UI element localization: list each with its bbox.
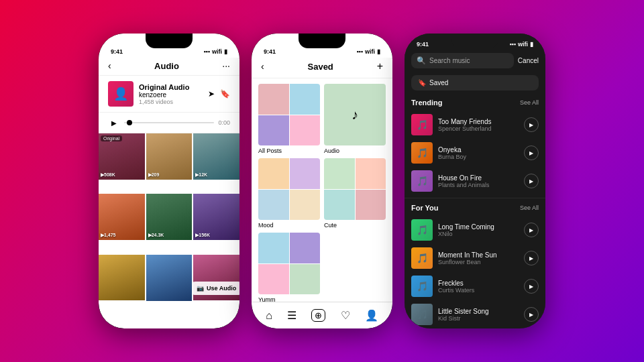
thumb-cell xyxy=(290,115,321,146)
saved-chip-label: Saved xyxy=(429,79,448,86)
table-row[interactable]: 📷 Use Audio xyxy=(193,255,239,301)
vid-count-2: ▶209 xyxy=(148,172,160,178)
more-icon[interactable]: ··· xyxy=(222,60,230,71)
list-item[interactable]: ♪ Audio xyxy=(324,84,386,154)
trending-see-all[interactable]: See All xyxy=(520,99,539,106)
track-artist-2: Burna Boy xyxy=(438,154,519,160)
search-icon: 🔍 xyxy=(417,56,426,65)
play-button[interactable]: ▶ xyxy=(108,117,120,129)
wifi-icon2: wifi xyxy=(365,48,375,55)
nav-heart-icon[interactable]: ♡ xyxy=(341,309,350,322)
music-info-6: Freckles Curtis Waters xyxy=(438,280,519,294)
list-item[interactable]: Mood xyxy=(258,158,320,229)
list-item[interactable]: 🎵 Freckles Curtis Waters ▶ xyxy=(405,272,545,300)
share-icon[interactable]: ➤ xyxy=(208,89,215,99)
track-title-3: House On Fire xyxy=(438,174,519,182)
thumb-cell xyxy=(290,84,321,115)
table-row[interactable]: ▶156K xyxy=(193,194,239,240)
battery-icon3: ▮ xyxy=(530,41,533,48)
track-author: kenzoere xyxy=(139,91,203,99)
list-item[interactable]: All Posts xyxy=(258,84,320,154)
track-artist-6: Curtis Waters xyxy=(438,287,519,294)
music-info-7: Little Sister Song Kid Sistr xyxy=(438,308,519,322)
play-button-6[interactable]: ▶ xyxy=(524,279,539,294)
for-you-section-header: For You See All xyxy=(405,201,545,216)
track-thumb-4: 🎵 xyxy=(411,219,433,241)
audio-player: ▶ 0:00 xyxy=(99,113,239,133)
vid-count-1: ▶508K xyxy=(101,172,115,178)
play-button-5[interactable]: ▶ xyxy=(524,251,539,265)
saved-header: ‹ Saved + xyxy=(252,58,392,78)
thumb-cell xyxy=(324,158,355,189)
play-button-4[interactable]: ▶ xyxy=(524,223,539,237)
table-row[interactable] xyxy=(146,255,193,301)
play-button-2[interactable]: ▶ xyxy=(524,145,539,160)
battery-icon: ▮ xyxy=(224,48,227,55)
table-row[interactable] xyxy=(99,255,145,301)
track-title-4: Long Time Coming xyxy=(438,223,519,231)
phone-saved: 9:41 ▪▪▪ wifi ▮ ‹ Saved + xyxy=(252,34,392,328)
nav-profile-icon[interactable]: 👤 xyxy=(365,309,378,322)
list-item[interactable]: 🎵 House On Fire Plants and Animals ▶ xyxy=(405,167,545,195)
audio-track-info: 👤 Original Audio kenzoere 1,458 videos ➤… xyxy=(99,76,239,113)
phone3-screen: 9:41 ▪▪▪ wifi ▮ 🔍 Search music Cancel 🔖 … xyxy=(405,34,545,328)
list-item[interactable]: Cute xyxy=(324,158,386,229)
status-time-2: 9:41 xyxy=(264,48,276,55)
nav-add-icon[interactable]: ⊕ xyxy=(311,309,325,322)
music-info-4: Long Time Coming XNilo xyxy=(438,223,519,237)
audio-header: ‹ Audio ··· xyxy=(99,58,239,76)
thumb-cell xyxy=(258,190,289,221)
play-button-7[interactable]: ▶ xyxy=(524,307,539,322)
camera-icon: 📷 xyxy=(197,285,204,292)
list-item[interactable]: 🎵 Onyeka Burna Boy ▶ xyxy=(405,139,545,167)
play-button-1[interactable]: ▶ xyxy=(524,117,539,132)
table-row[interactable]: ▶1,475 xyxy=(99,194,145,240)
music-info-3: House On Fire Plants and Animals xyxy=(438,174,519,188)
cancel-button[interactable]: Cancel xyxy=(518,57,539,64)
bookmark-icon[interactable]: 🔖 xyxy=(220,89,230,99)
music-info-1: Too Many Friends Spencer Sutherland xyxy=(438,118,519,132)
back-icon[interactable]: ‹ xyxy=(108,60,111,71)
list-item[interactable]: Yumm xyxy=(258,233,320,302)
list-item[interactable]: 🎵 Little Sister Song Kid Sistr ▶ xyxy=(405,300,545,328)
vid-count-6: ▶156K xyxy=(195,233,210,238)
table-row[interactable]: ▶12K xyxy=(193,133,239,180)
music-info-5: Moment In The Sun Sunflower Bean xyxy=(438,251,519,265)
original-badge: Original xyxy=(101,135,122,141)
table-row[interactable]: Original ▶508K xyxy=(99,133,145,180)
saved-chip[interactable]: 🔖 Saved xyxy=(411,75,539,90)
back-icon-2[interactable]: ‹ xyxy=(261,61,264,72)
for-you-see-all[interactable]: See All xyxy=(520,204,539,211)
music-screen: 9:41 ▪▪▪ wifi ▮ 🔍 Search music Cancel 🔖 … xyxy=(405,34,545,328)
track-count: 1,458 videos xyxy=(139,99,203,105)
use-audio-button[interactable]: 📷 Use Audio xyxy=(193,282,239,295)
list-item[interactable]: 🎵 Moment In The Sun Sunflower Bean ▶ xyxy=(405,244,545,272)
music-info-2: Onyeka Burna Boy xyxy=(438,146,519,160)
nav-home-icon[interactable]: ⌂ xyxy=(266,310,272,322)
search-placeholder: Search music xyxy=(429,57,470,64)
track-artist-3: Plants and Animals xyxy=(438,182,519,188)
track-thumb-1: 🎵 xyxy=(411,114,433,135)
add-icon[interactable]: + xyxy=(377,60,383,72)
track-name: Original Audio xyxy=(139,83,203,91)
table-row[interactable]: ▶24.3K xyxy=(146,194,193,240)
vid-count-3: ▶12K xyxy=(195,172,207,178)
for-you-title: For You xyxy=(411,204,439,212)
thumb-cell xyxy=(356,190,386,221)
bookmark-icon-2: 🔖 xyxy=(418,79,426,86)
nav-grid-icon[interactable]: ☰ xyxy=(287,309,297,322)
list-item[interactable]: 🎵 Long Time Coming XNilo ▶ xyxy=(405,216,545,244)
audio-page-title: Audio xyxy=(154,61,179,71)
status-icons-1: ▪▪▪ wifi ▮ xyxy=(203,48,227,55)
search-input-box[interactable]: 🔍 Search music xyxy=(411,53,514,68)
list-item[interactable]: 🎵 Too Many Friends Spencer Sutherland ▶ xyxy=(405,111,545,139)
saved-screen: 9:41 ▪▪▪ wifi ▮ ‹ Saved + xyxy=(252,34,392,328)
thumb-cell xyxy=(258,84,289,115)
table-row[interactable]: ▶209 xyxy=(146,133,193,180)
play-button-3[interactable]: ▶ xyxy=(524,174,539,188)
signal-icon3: ▪▪▪ xyxy=(509,41,516,48)
collection-label-cute: Cute xyxy=(324,222,386,229)
section-divider xyxy=(405,198,545,198)
progress-bar[interactable] xyxy=(124,122,214,123)
collection-thumb-mood xyxy=(258,158,320,220)
